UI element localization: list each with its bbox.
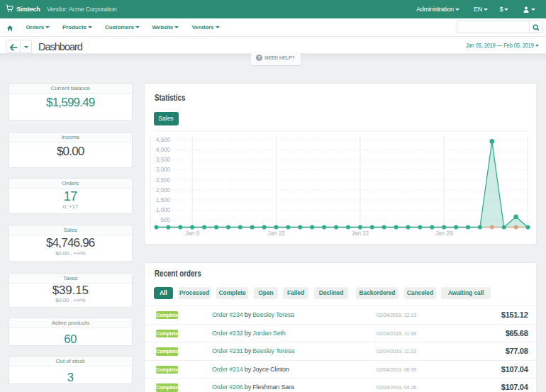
svg-text:2,000: 2,000 [156,186,171,194]
svg-text:3,000: 3,000 [156,166,171,173]
svg-text:1,500: 1,500 [156,196,171,203]
svg-text:3,500: 3,500 [156,156,171,163]
svg-text:?: ? [258,55,261,60]
svg-text:Jan 22: Jan 22 [352,230,369,237]
svg-text:4,500: 4,500 [156,136,171,143]
svg-text:500: 500 [160,216,170,223]
svg-text:2,500: 2,500 [156,177,171,184]
svg-text:Jan 8: Jan 8 [185,230,199,237]
svg-text:1,000: 1,000 [156,206,171,213]
svg-text:Jan 29: Jan 29 [435,230,453,237]
svg-text:Jan 15: Jan 15 [267,230,285,237]
svg-text:4,000: 4,000 [156,146,171,153]
